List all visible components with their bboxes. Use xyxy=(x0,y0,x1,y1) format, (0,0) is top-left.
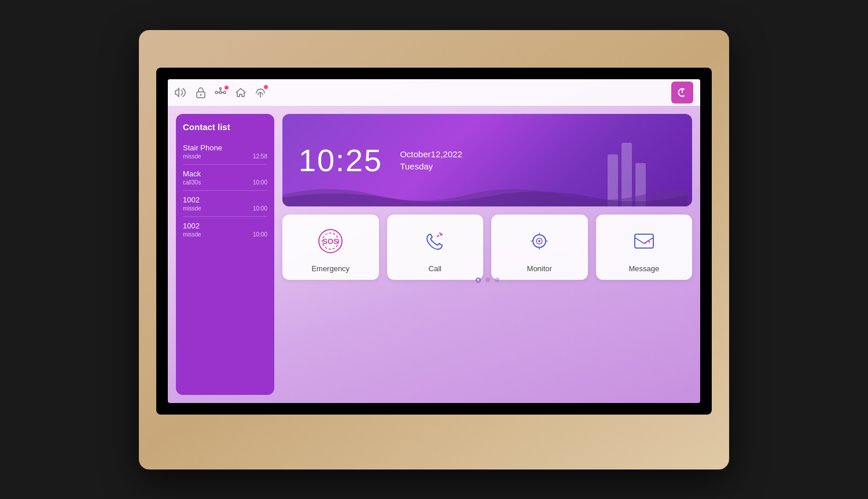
svg-point-2 xyxy=(219,91,222,94)
volume-icon[interactable] xyxy=(175,87,187,98)
monitor-cam-icon xyxy=(522,224,557,258)
clock-date: October12,2022 Tuesday xyxy=(400,149,462,171)
network-icon[interactable] xyxy=(214,87,227,98)
clock-date-line1: October12,2022 xyxy=(400,149,462,159)
screen: Contact list Stair Phone missde 12:58 Ma… xyxy=(168,79,700,403)
contact-time: 10:00 xyxy=(253,231,267,238)
page-dot-2[interactable] xyxy=(486,278,490,282)
wave-decoration xyxy=(282,178,687,206)
lock-icon[interactable] xyxy=(196,87,206,98)
clock-time: 10:25 xyxy=(299,142,382,178)
main-content: Contact list Stair Phone missde 12:58 Ma… xyxy=(168,106,700,403)
contact-name: 1002 xyxy=(183,221,267,230)
alarm-icon[interactable] xyxy=(255,87,266,98)
svg-point-16 xyxy=(538,240,540,242)
call-button[interactable]: Call xyxy=(387,215,484,280)
emergency-label: Emergency xyxy=(311,264,350,273)
contact-item[interactable]: Stair Phone missde 12:58 xyxy=(183,139,267,165)
emergency-icon: SOS xyxy=(313,224,348,258)
contact-name: Mack xyxy=(183,169,267,178)
contact-item[interactable]: Mack call30s 10:00 xyxy=(183,165,267,191)
contact-item[interactable]: 1002 missde 10:00 xyxy=(183,191,267,217)
contact-meta: missde 10:00 xyxy=(183,231,267,238)
clock-date-line2: Tuesday xyxy=(400,161,462,171)
actions-row: SOS Emergency xyxy=(282,215,692,280)
svg-point-3 xyxy=(215,91,218,94)
actions-section: SOS Emergency xyxy=(282,215,692,286)
power-button[interactable] xyxy=(671,82,693,104)
contact-time: 10:00 xyxy=(253,179,267,186)
page-dot-1[interactable] xyxy=(476,278,481,283)
contact-status: missde xyxy=(183,231,201,238)
message-label: Message xyxy=(628,264,659,273)
top-bar-icons xyxy=(175,87,662,98)
contact-status: call30s xyxy=(183,179,201,186)
emergency-button[interactable]: SOS Emergency xyxy=(282,215,379,280)
top-bar xyxy=(168,79,700,106)
svg-point-8 xyxy=(220,87,222,89)
contact-meta: call30s 10:00 xyxy=(183,179,267,186)
svg-rect-17 xyxy=(635,234,653,248)
svg-text:SOS: SOS xyxy=(323,237,339,246)
monitor-bezel: Contact list Stair Phone missde 12:58 Ma… xyxy=(156,68,712,415)
contact-name: Stair Phone xyxy=(183,143,267,152)
home-icon[interactable] xyxy=(235,87,247,98)
monitor-frame: Contact list Stair Phone missde 12:58 Ma… xyxy=(139,30,729,470)
contact-list-title: Contact list xyxy=(183,122,267,132)
svg-point-4 xyxy=(223,91,226,94)
page-dot-3[interactable] xyxy=(495,278,499,282)
monitor-label: Monitor xyxy=(527,264,552,273)
contact-time: 10:00 xyxy=(253,205,267,212)
monitor-button[interactable]: Monitor xyxy=(491,215,588,280)
contact-panel: Contact list Stair Phone missde 12:58 Ma… xyxy=(176,114,274,395)
message-button[interactable]: Message xyxy=(596,215,693,280)
call-icon xyxy=(418,224,453,258)
right-panel: 10:25 October12,2022 Tuesday xyxy=(282,114,692,395)
contact-time: 12:58 xyxy=(253,153,267,160)
contact-meta: missde 10:00 xyxy=(183,205,267,212)
contact-item[interactable]: 1002 missde 10:00 xyxy=(183,217,267,242)
contact-meta: missde 12:58 xyxy=(183,153,267,160)
svg-point-1 xyxy=(200,94,202,95)
clock-widget: 10:25 October12,2022 Tuesday xyxy=(282,114,692,206)
contact-status: missde xyxy=(183,205,201,212)
call-label: Call xyxy=(429,264,442,273)
contact-status: missde xyxy=(183,153,201,160)
contact-name: 1002 xyxy=(183,195,267,204)
message-icon xyxy=(627,224,661,258)
